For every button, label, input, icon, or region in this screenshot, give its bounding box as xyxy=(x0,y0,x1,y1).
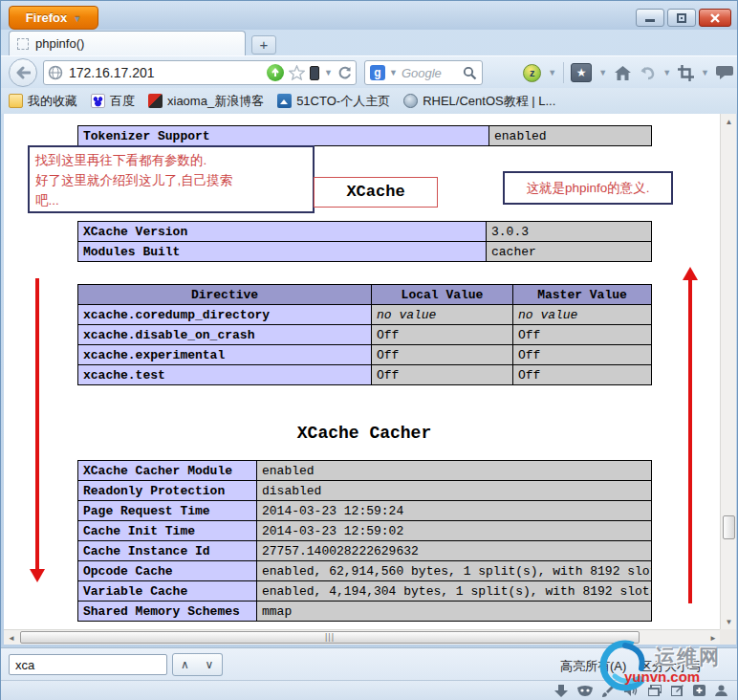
bookmarks-menu-button[interactable]: ★ xyxy=(571,63,592,82)
cell-value: enabled xyxy=(489,126,652,146)
go-button[interactable] xyxy=(267,64,284,81)
table-row: XCache Cacher Moduleenabled xyxy=(78,461,652,481)
table-header-row: Directive Local Value Master Value xyxy=(78,285,652,305)
reload-icon[interactable] xyxy=(337,66,352,80)
cacher-table: XCache Cacher Moduleenabled Readonly Pro… xyxy=(77,460,652,622)
screenshot-button[interactable] xyxy=(678,65,694,81)
vertical-scrollbar[interactable]: ▲ ▼ xyxy=(720,114,736,629)
tokenizer-table: Tokenizer Support enabled xyxy=(77,125,652,146)
search-magnifier-icon[interactable] xyxy=(463,66,477,80)
address-bar[interactable]: 172.16.17.201 ▼ xyxy=(43,60,357,85)
bookmark-baidu[interactable]: 百度 xyxy=(91,93,135,110)
brush-addon-icon[interactable] xyxy=(602,685,615,697)
bookmark-xiaoma-blog[interactable]: xiaoma_新浪博客 xyxy=(148,93,264,110)
horizontal-scrollbar[interactable]: ◄ ||| ► xyxy=(4,629,720,645)
screenshot-dropdown-icon[interactable]: ▼ xyxy=(701,68,709,77)
linux-penguin-icon xyxy=(403,94,418,108)
left-annotation-note: 找到这里再往下看都有参数的. 好了这里就介绍到这儿了,自己摸索 吧... xyxy=(28,145,315,213)
column-header: Directive xyxy=(78,285,372,305)
cell-value: enabled, 4,194,304 bytes, 1 split(s), wi… xyxy=(257,581,652,602)
feedback-button[interactable] xyxy=(716,65,733,80)
add-addon-icon[interactable] xyxy=(693,685,705,696)
directives-table: Directive Local Value Master Value xcach… xyxy=(77,284,652,385)
firefox-menu-button[interactable]: Firefox▼ xyxy=(9,6,98,30)
cell-key: Tokenizer Support xyxy=(78,126,489,146)
url-text[interactable]: 172.16.17.201 xyxy=(63,65,267,80)
new-tab-button[interactable]: + xyxy=(251,35,276,55)
mask-addon-icon[interactable] xyxy=(577,686,593,696)
tab-phpinfo[interactable]: phpinfo() xyxy=(9,31,246,55)
volume-icon[interactable] xyxy=(624,685,639,696)
bookmark-star-icon[interactable] xyxy=(289,65,305,80)
back-button[interactable] xyxy=(9,58,37,87)
bookmark-my-favorites[interactable]: 我的收藏 xyxy=(9,93,77,110)
bookmarks-bar: 我的收藏 百度 xiaoma_新浪博客 51CTO-个人主页 RHEL/Cent… xyxy=(1,88,737,114)
minimize-button[interactable] xyxy=(636,9,664,27)
titlebar: Firefox▼ xyxy=(1,1,737,30)
urlbar-dropdown-icon[interactable]: ▼ xyxy=(324,68,333,77)
match-case-checkbox-label[interactable]: 区分大小写 xyxy=(640,658,702,675)
home-button[interactable] xyxy=(614,65,632,81)
profile-person-icon[interactable] xyxy=(715,685,727,696)
search-bar[interactable]: g ▼ Google xyxy=(364,60,483,85)
cell-directive: xcache.coredump_directory xyxy=(78,305,372,325)
scroll-up-button[interactable]: ▲ xyxy=(721,114,737,129)
google-logo-icon: g xyxy=(370,65,385,80)
horizontal-scrollbar-thumb[interactable]: ||| xyxy=(20,631,640,644)
cell-value: enabled xyxy=(257,461,652,481)
find-input[interactable] xyxy=(9,654,167,675)
scroll-right-button[interactable]: ► xyxy=(706,630,720,645)
red-down-arrowhead-icon xyxy=(30,569,45,582)
bookmark-label: 百度 xyxy=(110,93,135,110)
undo-dropdown-icon[interactable]: ▼ xyxy=(662,68,671,77)
toolbar-buttons: z ▼ ★ ▼ ▼ ▼ xyxy=(523,58,733,87)
bookmark-rhel-centos[interactable]: RHEL/CentOS教程 | L... xyxy=(403,93,555,110)
cell-master-value: Off xyxy=(513,345,652,365)
bookmarks-dropdown-icon[interactable]: ▼ xyxy=(598,68,607,77)
cell-directive: xcache.test xyxy=(78,365,372,385)
tab-title: phpinfo() xyxy=(35,36,84,51)
device-icon[interactable] xyxy=(310,66,319,80)
addon-bar xyxy=(1,680,737,700)
addon-dropdown-icon[interactable]: ▼ xyxy=(548,68,556,77)
vertical-scrollbar-thumb[interactable] xyxy=(723,515,735,539)
xcache-section-title: XCache xyxy=(314,177,438,208)
search-placeholder[interactable]: Google xyxy=(402,66,459,80)
cell-local-value: Off xyxy=(372,365,513,385)
bookmark-51cto[interactable]: 51CTO-个人主页 xyxy=(277,93,390,110)
cell-key: Cache Instance Id xyxy=(78,541,257,561)
search-engine-dropdown-icon[interactable]: ▼ xyxy=(389,68,398,77)
speech-bubble-icon xyxy=(716,65,733,80)
cell-directive: xcache.experimental xyxy=(78,345,372,365)
cell-key: XCache Cacher Module xyxy=(78,461,257,481)
close-button[interactable] xyxy=(699,9,731,27)
highlight-all-checkbox-label[interactable]: 高亮所有(A) xyxy=(560,658,626,675)
browser-window: Firefox▼ phpinfo() + 172.16.17.201 xyxy=(0,0,738,700)
undo-button[interactable] xyxy=(639,66,656,80)
close-icon xyxy=(710,13,720,23)
table-row: xcache.disable_on_crash Off Off xyxy=(78,325,652,345)
edit-page-icon[interactable] xyxy=(671,685,684,696)
cell-key: Page Request Time xyxy=(78,501,257,521)
home-icon xyxy=(614,65,632,81)
scroll-left-button[interactable]: ◄ xyxy=(4,630,19,645)
minimize-icon xyxy=(645,13,655,22)
find-previous-button[interactable]: ∧ xyxy=(172,653,198,676)
table-row: Tokenizer Support enabled xyxy=(78,126,652,146)
find-next-button[interactable]: ∨ xyxy=(197,653,223,676)
restore-button[interactable] xyxy=(667,9,696,27)
cell-master-value: Off xyxy=(513,365,652,385)
crop-icon xyxy=(678,65,694,81)
red-down-arrow-line xyxy=(35,278,39,571)
cell-key: Cache Init Time xyxy=(78,521,257,541)
download-status-icon[interactable] xyxy=(554,685,568,697)
toolbar-separator xyxy=(563,62,564,83)
addon-badge-icon[interactable]: z xyxy=(523,64,541,82)
tile-windows-icon[interactable] xyxy=(648,685,662,696)
table-row: Modules Built cacher xyxy=(78,242,652,262)
cell-key: Opcode Cache xyxy=(78,561,257,581)
scroll-down-button[interactable]: ▼ xyxy=(721,614,737,629)
find-bar: ∧ ∨ 高亮所有(A) 区分大小写 xyxy=(1,647,737,680)
xcache-cacher-heading: XCache Cacher xyxy=(77,424,651,443)
right-annotation-note: 这就是phpinfo的意义. xyxy=(503,171,673,205)
